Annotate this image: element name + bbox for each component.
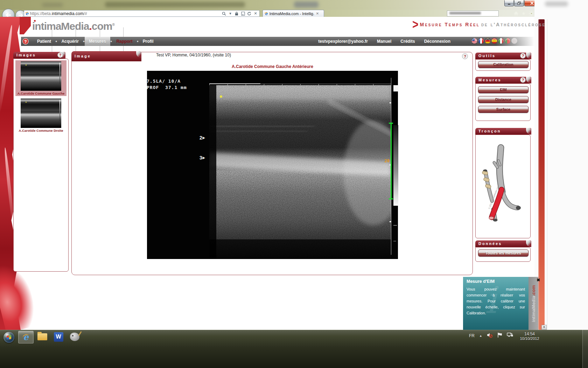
taskbar-gimp-button[interactable] [67,331,82,343]
action-center-flag-icon[interactable] [497,332,502,339]
grayscale-bar [393,125,398,206]
grayscale-bar-mark [393,241,396,241]
language-flags [471,38,517,44]
calibration-button[interactable]: Calibration [478,61,528,68]
tab-close-icon[interactable]: ✕ [316,12,319,15]
logout-link[interactable]: Déconnexion [424,39,450,44]
browser-title-bar [0,0,588,10]
eim-notification: i Mesure d'EIM Vous pouvez maintenant co… [463,277,528,330]
thumbnail-caption: A.Carotide Commune Gauche [15,91,66,95]
nav-items: Patient ● Acquérir ● Mesures ● Rapport ●… [33,37,158,46]
account-email: testvpexplorer@yahoo.fr [318,39,368,44]
ultrasound-image[interactable] [209,85,391,258]
all-measures-button[interactable]: Toutes les mesures [478,250,528,257]
background-window-edge [547,19,547,330]
eim-button[interactable]: EIM [478,86,528,93]
background-window-blur [42,3,63,7]
surface-button[interactable]: Surface [478,106,528,113]
yellow-marker-dot[interactable] [220,95,222,98]
search-icon[interactable] [222,11,226,16]
refresh-icon[interactable] [247,11,252,16]
measure-bracket-line[interactable] [391,123,392,199]
nav-account: testvpexplorer@yahoo.fr Manuel Crédits D… [318,37,450,46]
flag-pt-icon[interactable] [505,38,511,44]
marker-arrow-icon: ▶ [203,136,205,139]
stop-icon[interactable]: ✕ [253,11,258,16]
windows-flag-icon [7,335,11,339]
flag-de-icon[interactable] [485,38,491,44]
folder-icon [37,333,47,340]
marker-2[interactable]: 2▶ [200,135,205,141]
notification-body: Vous pouvez maintenant commencer à réali… [467,286,525,316]
measure-bracket-bottom-cap[interactable] [389,198,393,199]
flag-it-icon[interactable] [498,38,504,44]
network-icon[interactable] [507,332,513,339]
browser-tab[interactable]: e IntimaMedia.com - Intellig... ✕ [262,10,324,17]
site-logo[interactable]: intimaMedia.com® [32,20,114,32]
clock-time: 14:54 [517,332,542,336]
compatibility-view-icon[interactable] [240,11,245,16]
volume-muted-icon[interactable] [487,332,493,339]
restore-icon [517,1,521,5]
background-scroll-arrow: ▼ [541,325,547,330]
system-tray: FR ▲ [469,332,513,339]
manual-link[interactable]: Manuel [377,39,391,44]
favorites-star-icon[interactable]: ★ [520,11,527,16]
ultrasound-probe-label: 7.5LA/ 10/A [147,79,181,84]
taskbar-word-button[interactable]: W [51,331,66,343]
nav-item-mesures[interactable]: Mesures [85,37,110,46]
tools-help-button[interactable]: ? [520,53,526,59]
home-icon[interactable] [513,11,519,16]
nav-item-acquerir[interactable]: Acquérir [57,37,83,46]
site-tagline: > Mesure Temps Réel de l'Athérosclérose [412,21,546,28]
credits-link[interactable]: Crédits [400,39,415,44]
nav-help-button[interactable]: ? [22,38,29,45]
flag-fr-icon[interactable] [478,38,484,44]
images-help-button[interactable]: ? [57,52,63,58]
data-panel-header: Données [475,240,531,247]
image-list-item[interactable]: A.Carotide Commune Droite [15,97,66,133]
taskbar-clock[interactable]: 14:54 10/10/2012 [517,332,542,341]
flag-us-icon[interactable] [471,38,477,44]
ultrasound-thumbnail[interactable] [21,61,61,91]
notification-side-banner: intimaMedia.com [528,277,538,330]
flag-es-icon[interactable] [491,38,497,44]
ultrasound-thumbnail[interactable] [21,98,61,128]
taskbar-ie-button[interactable]: e [18,331,34,343]
grayscale-bar-mark [393,225,397,226]
language-indicator[interactable]: FR [469,333,475,338]
nav-item-patient[interactable]: Patient [33,37,55,46]
notification-close-icon[interactable]: ✖ [536,278,541,282]
tab-favicon-icon: e [265,12,268,16]
nav-item-profil[interactable]: Profil [139,37,158,46]
chevron-icon: > [412,20,419,29]
main-nav-bar: ? Patient ● Acquérir ● Mesures ● Rapport… [21,37,534,46]
artery-diagram[interactable]: © 2011 IntimaMedia.com [478,137,528,236]
patient-info: Test VP, Homme, 04/10/1960, (visite 10) [156,53,231,57]
nav-item-rapport[interactable]: Rapport [112,37,136,46]
tab-title: IntimaMedia.com - Intellig... [270,12,314,16]
start-button[interactable] [4,332,14,343]
restore-button[interactable] [514,0,524,6]
url-text: https://beta.intimamedia.com/# [30,11,87,16]
ultrasound-viewport[interactable]: 7.5LA/ 10/A PROF 37.1 mm [147,71,398,259]
gimp-icon [70,333,79,341]
show-desktop-button[interactable] [582,330,588,368]
settings-gear-icon[interactable] [528,11,534,16]
logo-red-dot [34,20,36,22]
hidden-icons-chevron-icon[interactable]: ▲ [479,334,482,338]
image-help-button[interactable]: ? [462,53,468,59]
minimize-button[interactable] [504,0,514,6]
measure-bracket-top-cap[interactable] [389,123,393,124]
marker-3[interactable]: 3▶ [200,155,205,161]
word-icon: W [54,332,63,342]
distance-button[interactable]: Distance [478,96,528,103]
address-bar[interactable]: e https://beta.intimamedia.com/# ▾ ✕ [24,10,260,17]
thumbnail-caption: A.Carotide Commune Droite [15,129,66,132]
measures-help-button[interactable]: ? [520,77,526,83]
image-title: A.Carotide Commune Gauche Antérieure [147,64,398,69]
internet-explorer-icon: e [23,333,28,341]
chevron-down-icon[interactable]: ▾ [228,11,233,16]
taskbar-folder-button[interactable] [35,331,50,343]
image-list-item-selected[interactable]: A.Carotide Commune Gauche [15,60,66,96]
